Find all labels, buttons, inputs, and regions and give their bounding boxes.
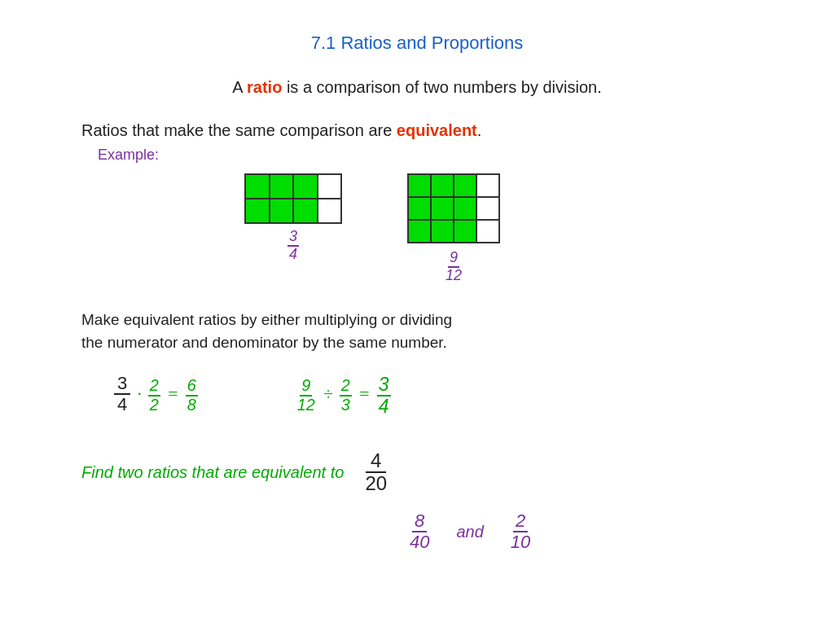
fraction-label-2: 9 12 [444,250,463,284]
frac1-denominator: 4 [288,247,299,263]
eq2-result-den: 4 [377,396,391,418]
grid-visual-1 [244,173,342,222]
make-equiv-line1: Make equivalent ratios by either multipl… [81,311,452,328]
cell [245,199,270,223]
eq2-divisor-frac: 2 3 [340,377,352,414]
example-label: Example: [49,147,785,164]
eq2-equals: = [358,383,371,405]
answers-row: 8 40 and 2 10 [49,511,785,552]
answer2-num: 2 [513,511,528,532]
cell [408,174,431,197]
frac1-numerator: 3 [288,229,299,247]
cell [293,174,318,199]
eq1-result-den: 8 [186,396,198,414]
eq1-base-num: 3 [114,374,130,395]
eq1-result-num: 6 [186,377,198,396]
grid-table-2 [407,173,500,243]
eq2-result-num: 3 [377,375,391,397]
grid-visual-2 [407,173,500,243]
answer2-den: 10 [508,532,533,552]
answer-2: 2 10 [508,511,533,552]
eq2-divisor-num: 2 [340,377,352,396]
eq2-divisor-den: 3 [340,396,352,414]
answer-1: 8 40 [407,511,432,552]
page-title: 7.1 Ratios and Proportions [49,33,785,54]
cell [454,197,476,220]
cell [431,174,454,197]
cell [408,220,431,243]
page: 7.1 Ratios and Proportions A ratio is a … [0,0,834,644]
equations-row: 3 4 · 2 2 = 6 8 9 [49,371,785,418]
def-suffix: is a comparison of two numbers by divisi… [282,78,601,96]
cell [431,197,454,220]
cell [476,197,499,220]
cell [454,174,476,197]
eq2-divisor: 2 3 [340,375,352,414]
eq2-base-frac: 9 12 [296,377,317,414]
eq1-mult: 2 2 [148,375,160,414]
equiv-suffix: . [477,121,482,139]
example-label-text: Example: [98,147,159,163]
and-text: and [456,523,483,541]
answer1-num: 8 [412,511,427,532]
find-text: Find two ratios that are equivalent to [81,463,344,482]
title-text: 7.1 Ratios and Proportions [311,33,524,53]
cell [245,174,270,199]
fraction-label-1: 3 4 [288,229,299,263]
grid-table-1 [244,173,342,224]
eq2-result-frac: 3 4 [377,375,391,418]
cell [431,220,454,243]
find-section: Find two ratios that are equivalent to 4… [49,450,785,495]
eq1-base-den: 4 [114,395,130,414]
eq1-dot: · [137,383,142,405]
cell [293,199,318,223]
def-keyword: ratio [247,78,282,96]
eq1-mult-frac: 2 2 [148,377,160,414]
eq1-result-frac: 6 8 [186,377,198,414]
frac2-numerator: 9 [448,250,459,268]
definition-section: A ratio is a comparison of two numbers b… [49,78,785,97]
eq1-mult-num: 2 [148,377,160,396]
frac2-denominator: 12 [444,268,463,284]
cell [318,174,342,199]
fraction-block-2: 9 12 [407,173,500,284]
eq2-result: 3 4 [377,371,391,418]
eq2-base-num: 9 [300,377,312,396]
make-equiv-text: Make equivalent ratios by either multipl… [49,309,785,355]
equation-1: 3 4 · 2 2 = 6 8 [114,374,198,414]
equiv-prefix: Ratios that make the same comparison are [81,121,397,139]
eq1-equals: = [167,383,179,405]
cell [476,174,499,197]
make-equiv-line2: the numerator and denominator by the sam… [81,334,447,351]
answer1-den: 40 [407,532,432,552]
equiv-keyword: equivalent [397,121,477,139]
find-frac-num: 4 [366,450,386,473]
eq1-base: 3 4 [114,374,130,414]
cell [476,220,499,243]
eq2-div: ÷ [323,383,333,405]
eq1-mult-den: 2 [148,396,160,414]
fraction-block-1: 3 4 [244,173,342,263]
equation-2: 9 12 ÷ 2 3 = 3 4 [296,371,391,418]
cell [270,199,294,223]
eq2-base-den: 12 [296,396,317,414]
eq2-base: 9 12 [296,375,317,414]
def-prefix: A [232,78,247,96]
find-frac-den: 20 [360,473,392,494]
fraction-examples-row: 3 4 [244,173,785,284]
eq1-result: 6 8 [186,375,198,414]
find-fraction: 4 20 [360,450,392,495]
cell [454,220,476,243]
cell [270,174,294,199]
cell [318,199,342,223]
cell [408,197,431,220]
equivalent-section: Ratios that make the same comparison are… [49,121,785,140]
